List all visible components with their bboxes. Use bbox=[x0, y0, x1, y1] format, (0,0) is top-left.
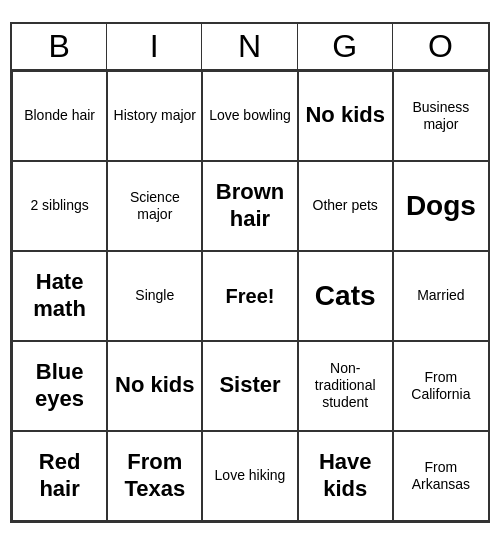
bingo-cell-24: From Arkansas bbox=[393, 431, 488, 521]
bingo-cell-3: No kids bbox=[298, 71, 393, 161]
bingo-cell-5: 2 siblings bbox=[12, 161, 107, 251]
bingo-cell-2: Love bowling bbox=[202, 71, 297, 161]
bingo-cell-21: From Texas bbox=[107, 431, 202, 521]
bingo-cell-17: Sister bbox=[202, 341, 297, 431]
bingo-cell-9: Dogs bbox=[393, 161, 488, 251]
bingo-header: BINGO bbox=[12, 24, 488, 71]
bingo-cell-14: Married bbox=[393, 251, 488, 341]
bingo-cell-11: Single bbox=[107, 251, 202, 341]
bingo-card: BINGO Blonde hairHistory majorLove bowli… bbox=[10, 22, 490, 523]
header-letter-g: G bbox=[298, 24, 393, 69]
bingo-cell-20: Red hair bbox=[12, 431, 107, 521]
bingo-cell-22: Love hiking bbox=[202, 431, 297, 521]
bingo-cell-1: History major bbox=[107, 71, 202, 161]
bingo-cell-19: From California bbox=[393, 341, 488, 431]
header-letter-b: B bbox=[12, 24, 107, 69]
header-letter-i: I bbox=[107, 24, 202, 69]
bingo-cell-15: Blue eyes bbox=[12, 341, 107, 431]
bingo-cell-13: Cats bbox=[298, 251, 393, 341]
header-letter-n: N bbox=[202, 24, 297, 69]
bingo-cell-8: Other pets bbox=[298, 161, 393, 251]
bingo-cell-12: Free! bbox=[202, 251, 297, 341]
bingo-cell-10: Hate math bbox=[12, 251, 107, 341]
bingo-cell-18: Non-traditional student bbox=[298, 341, 393, 431]
bingo-cell-7: Brown hair bbox=[202, 161, 297, 251]
bingo-grid: Blonde hairHistory majorLove bowlingNo k… bbox=[12, 71, 488, 521]
bingo-cell-6: Science major bbox=[107, 161, 202, 251]
bingo-cell-0: Blonde hair bbox=[12, 71, 107, 161]
header-letter-o: O bbox=[393, 24, 488, 69]
bingo-cell-16: No kids bbox=[107, 341, 202, 431]
bingo-cell-23: Have kids bbox=[298, 431, 393, 521]
bingo-cell-4: Business major bbox=[393, 71, 488, 161]
